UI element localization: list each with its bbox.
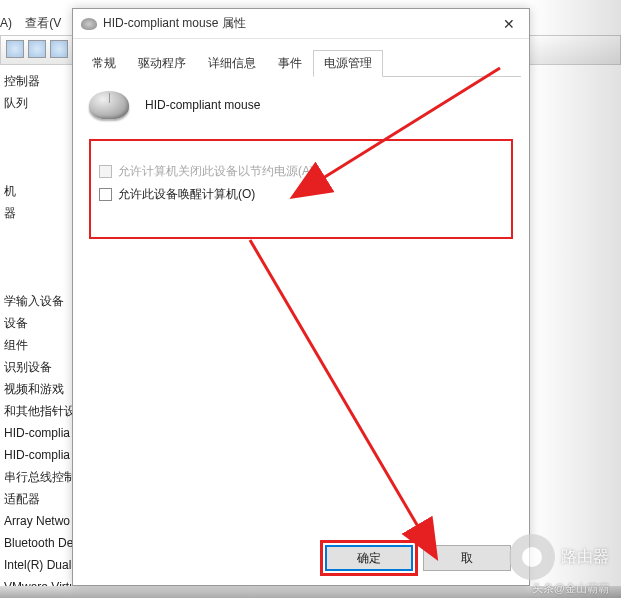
tab-4[interactable]: 电源管理: [313, 50, 383, 77]
checkbox-icon[interactable]: [99, 188, 112, 201]
tree-item[interactable]: 机: [0, 180, 75, 202]
checkbox-label: 允许计算机关闭此设备以节约电源(A): [118, 163, 314, 180]
watermark-sub: 头条@金山霸霸: [532, 581, 609, 596]
menu-fragment-a[interactable]: A): [0, 16, 12, 30]
tree-item[interactable]: 和其他指针设: [0, 400, 75, 422]
tree-item[interactable]: 组件: [0, 334, 75, 356]
tree-item[interactable]: 学输入设备: [0, 290, 75, 312]
properties-dialog: HID-compliant mouse 属性 ✕ 常规驱动程序详细信息事件电源管…: [72, 8, 530, 586]
checkbox-label: 允许此设备唤醒计算机(O): [118, 186, 255, 203]
device-name-label: HID-compliant mouse: [145, 98, 260, 112]
tree-item[interactable]: [0, 246, 75, 268]
tree-item[interactable]: 识别设备: [0, 356, 75, 378]
dialog-title: HID-compliant mouse 属性: [103, 15, 497, 32]
tree-item[interactable]: 器: [0, 202, 75, 224]
tree-item[interactable]: 控制器: [0, 70, 75, 92]
titlebar: HID-compliant mouse 属性 ✕: [73, 9, 529, 39]
checkbox-icon: [99, 165, 112, 178]
checkbox-allow-wake[interactable]: 允许此设备唤醒计算机(O): [99, 186, 503, 203]
tree-item[interactable]: Intel(R) Dual: [0, 554, 75, 576]
tree-item[interactable]: 串行总线控制: [0, 466, 75, 488]
watermark-brand: 路由器: [561, 547, 609, 568]
ok-button[interactable]: 确定: [325, 545, 413, 571]
device-tree[interactable]: 控制器队列 机器 学输入设备设备组件识别设备 视频和游戏和其他指针设HID-co…: [0, 70, 75, 590]
highlighted-checkbox-area: 允许计算机关闭此设备以节约电源(A) 允许此设备唤醒计算机(O): [89, 139, 513, 239]
watermark: 路由器: [509, 534, 609, 580]
watermark-logo-icon: [509, 534, 555, 580]
tab-1[interactable]: 驱动程序: [127, 50, 197, 77]
checkbox-allow-power-off: 允许计算机关闭此设备以节约电源(A): [99, 163, 503, 180]
tree-item[interactable]: 设备: [0, 312, 75, 334]
shadow-overlay: [529, 0, 621, 598]
tab-0[interactable]: 常规: [81, 50, 127, 77]
tree-item[interactable]: [0, 268, 75, 290]
tree-item[interactable]: HID-complia: [0, 422, 75, 444]
tree-item[interactable]: [0, 158, 75, 180]
close-icon[interactable]: ✕: [497, 14, 521, 34]
tree-item[interactable]: [0, 136, 75, 158]
tree-item[interactable]: 队列: [0, 92, 75, 114]
device-mouse-icon: [89, 91, 129, 119]
tree-item[interactable]: HID-complia: [0, 444, 75, 466]
menu-view[interactable]: 查看(V: [25, 16, 61, 30]
tree-item[interactable]: Bluetooth De: [0, 532, 75, 554]
tab-strip: 常规驱动程序详细信息事件电源管理: [81, 49, 521, 77]
tree-item[interactable]: [0, 224, 75, 246]
tree-item[interactable]: 视频和游戏: [0, 378, 75, 400]
tab-2[interactable]: 详细信息: [197, 50, 267, 77]
tree-item[interactable]: [0, 114, 75, 136]
tree-item[interactable]: 适配器: [0, 488, 75, 510]
tab-3[interactable]: 事件: [267, 50, 313, 77]
cancel-button[interactable]: 取: [423, 545, 511, 571]
tree-item[interactable]: Array Netwo: [0, 510, 75, 532]
taskbar-fragment: [0, 586, 621, 598]
mouse-icon: [81, 18, 97, 30]
